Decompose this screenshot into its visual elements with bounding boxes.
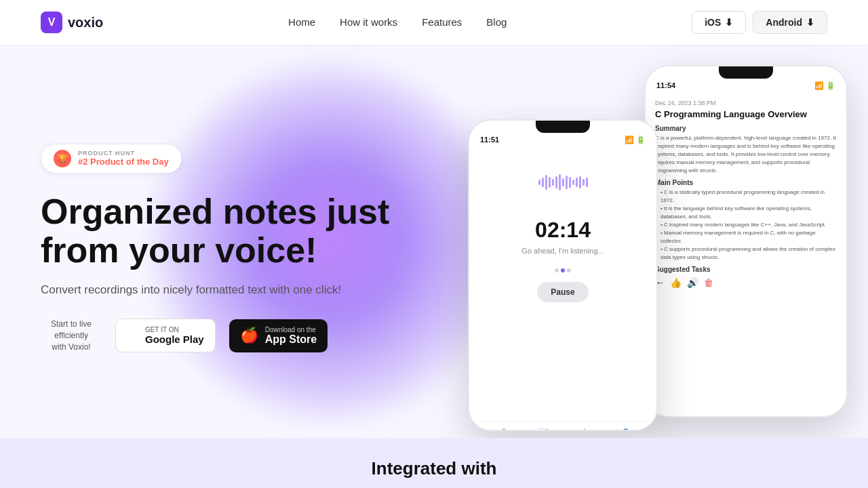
- logo[interactable]: V voxio: [41, 12, 103, 33]
- phone-notch-back: [719, 66, 773, 79]
- integrated-section: Integrated with N Notion: [0, 438, 868, 488]
- phone-mockups: 11:54 📶 🔋 Dec 24, 2023 1:38 PM C Program…: [468, 65, 848, 431]
- google-play-button[interactable]: ▶ GET IT ON Google Play: [115, 319, 216, 352]
- nav-buttons: iOS ⬇ Android ⬇: [692, 11, 827, 34]
- product-hunt-badge: 🏆 PRODUCT HUNT #2 Product of the Day: [41, 144, 182, 174]
- ios-button[interactable]: iOS ⬇: [692, 11, 746, 34]
- phone-back: 11:54 📶 🔋 Dec 24, 2023 1:38 PM C Program…: [644, 65, 848, 418]
- app-store-button[interactable]: 🍎 Download on the App Store: [229, 319, 328, 352]
- download-icon-android: ⬇: [806, 17, 814, 28]
- home-icon: 🏠: [578, 428, 590, 431]
- integrated-title: Integrated with: [41, 458, 827, 479]
- navbar: V voxio Home How it works Features Blog …: [0, 0, 868, 45]
- cta-row: Start to live efficiently with Voxio! ▶ …: [41, 319, 389, 352]
- pause-button[interactable]: Pause: [537, 282, 588, 302]
- android-button[interactable]: Android ⬇: [753, 11, 827, 34]
- profile-icon: 👤: [620, 428, 631, 431]
- recording-dots: [555, 268, 571, 272]
- bnav-notes[interactable]: 📝 Notes: [536, 428, 551, 431]
- hero-content: 🏆 PRODUCT HUNT #2 Product of the Day Org…: [41, 144, 389, 353]
- bnav-home[interactable]: 🏠 Home: [577, 428, 591, 431]
- logo-text: voxio: [68, 15, 103, 30]
- google-play-text: GET IT ON Google Play: [145, 326, 204, 345]
- phone-notch-front: [536, 121, 590, 133]
- apple-icon: 🍎: [240, 327, 258, 344]
- mic-icon: 🎤: [495, 428, 507, 431]
- nav-features[interactable]: Features: [422, 16, 462, 28]
- nav-home[interactable]: Home: [288, 16, 315, 28]
- app-store-text: Download on the App Store: [265, 326, 317, 346]
- bottom-nav: 🎤 Record 📝 Notes 🏠 Home 👤: [479, 421, 647, 431]
- hero-section: 🏆 PRODUCT HUNT #2 Product of the Day Org…: [0, 45, 868, 438]
- hero-headline: Organized notes just from your voice!: [41, 192, 389, 270]
- phone-screen-notes: Dec 24, 2023 1:38 PM C Programming Langu…: [646, 93, 846, 295]
- google-play-icon: ▶: [127, 327, 138, 344]
- bnav-profile[interactable]: 👤 Profile: [618, 428, 634, 431]
- recording-screen: 02:14 Go ahead, I'm listening... Pause 🎤…: [469, 147, 656, 431]
- product-hunt-text: PRODUCT HUNT #2 Product of the Day: [78, 150, 169, 167]
- cta-label: Start to live efficiently with Voxio!: [41, 319, 102, 352]
- product-hunt-icon: 🏆: [54, 150, 71, 167]
- notes-icon: 📝: [538, 428, 549, 431]
- waveform-area: [538, 174, 588, 190]
- recording-label: Go ahead, I'm listening...: [521, 247, 604, 255]
- nav-blog[interactable]: Blog: [486, 16, 507, 28]
- nav-links: Home How it works Features Blog: [288, 16, 507, 28]
- hero-subtext: Convert recordings into nicely formatted…: [41, 283, 389, 297]
- recording-timer: 02:14: [535, 218, 591, 243]
- nav-how-it-works[interactable]: How it works: [340, 16, 397, 28]
- download-icon: ⬇: [725, 17, 733, 28]
- phone-front: 11:51 📶 🔋: [468, 119, 658, 431]
- logo-icon: V: [41, 12, 62, 33]
- bnav-record[interactable]: 🎤 Record: [492, 428, 510, 431]
